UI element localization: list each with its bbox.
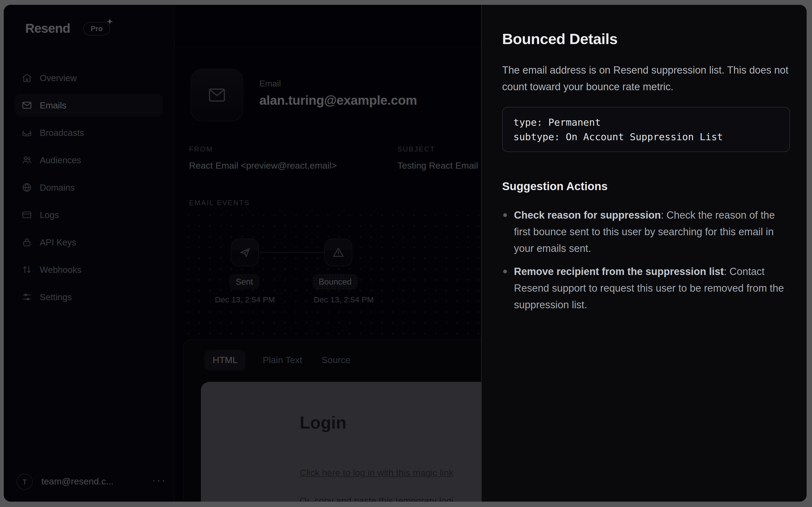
- suggestions-list: Check reason for suppression: Check the …: [502, 207, 792, 313]
- suggestion-lead: Remove recipient from the suppression li…: [514, 266, 723, 277]
- bounced-details-panel: Bounced Details The email address is on …: [481, 5, 807, 502]
- resend-app-window: Resend Pro Overview Emails: [4, 5, 807, 502]
- sidebar-dim-overlay: [4, 5, 175, 502]
- suggestion-item: Check reason for suppression: Check the …: [502, 207, 792, 257]
- panel-description: The email address is on Resend suppressi…: [502, 62, 789, 95]
- main-content: Email alan.turing@example.com FROM React…: [175, 5, 481, 502]
- suggestions-title: Suggestion Actions: [502, 180, 791, 193]
- dim-overlay: [175, 5, 481, 502]
- panel-title: Bounced Details: [502, 31, 791, 48]
- bounce-subtype-line: subtype: On Account Suppression List: [513, 131, 723, 142]
- suggestion-lead: Check reason for suppression: [514, 210, 661, 221]
- screenshot-stage: Resend Pro Overview Emails: [0, 0, 812, 507]
- app-left-region: Resend Pro Overview Emails: [4, 5, 481, 502]
- suggestion-item: Remove recipient from the suppression li…: [502, 263, 792, 313]
- bounce-code-block: type: Permanent subtype: On Account Supp…: [502, 107, 790, 152]
- bounce-type-line: type: Permanent: [513, 117, 601, 128]
